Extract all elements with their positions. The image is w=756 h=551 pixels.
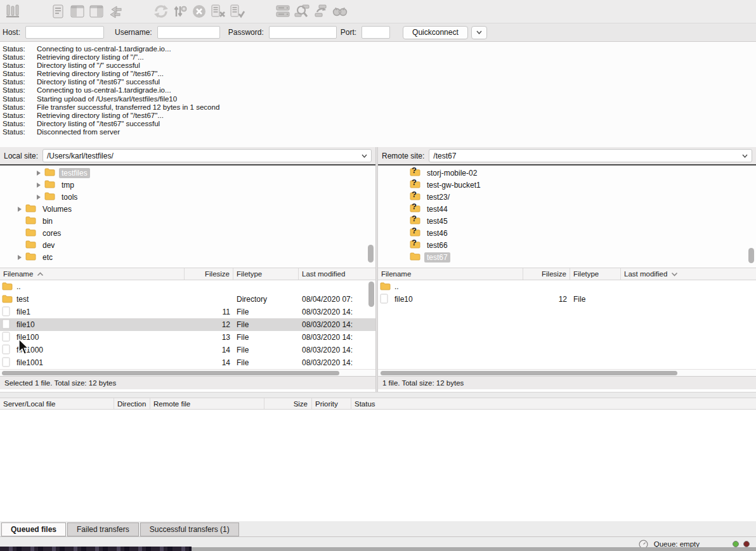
- remote-horizontal-scrollbar-thumb[interactable]: [381, 371, 677, 375]
- queue-header: Server/Local fileDirectionRemote fileSiz…: [0, 398, 756, 410]
- remote-pane: Remote site: /test67 ?storj-mobile-02?te…: [378, 147, 756, 392]
- tree-item-test67[interactable]: test67: [378, 251, 756, 263]
- remote-site-row: Remote site: /test67: [378, 147, 756, 165]
- queue-column-header-server-local-file[interactable]: Server/Local file: [0, 398, 114, 409]
- local-list-scrollbar-thumb[interactable]: [368, 282, 374, 307]
- remote-file-row-file10[interactable]: file1012File: [378, 293, 756, 306]
- folder-icon: [44, 167, 55, 178]
- file-type: File: [233, 333, 299, 342]
- local-site-select[interactable]: /Users/karl/testfiles/: [42, 149, 372, 162]
- local-file-row-file100[interactable]: file10013File08/03/2020 14:: [0, 331, 375, 344]
- toolbar-button-process-queue[interactable]: [228, 3, 245, 20]
- status-log-line: Status:Retrieving directory listing of "…: [0, 112, 756, 120]
- toolbar-button-refresh[interactable]: [152, 3, 169, 20]
- toolbar-button-synchronized-browsing[interactable]: [293, 3, 310, 20]
- quickconnect-dropdown-button[interactable]: [471, 26, 487, 39]
- local-tree-scrollbar-thumb[interactable]: [368, 245, 374, 263]
- port-input[interactable]: [362, 26, 390, 39]
- queue-splitter[interactable]: [0, 392, 756, 398]
- local-directory-tree: testfilestmptoolsVolumesbincoresdevetc: [0, 165, 375, 268]
- folder-icon: [25, 204, 36, 214]
- tree-item-dev[interactable]: dev: [0, 239, 375, 251]
- toolbar-button-transfer-settings[interactable]: [171, 3, 188, 20]
- toolbar-button-find-files[interactable]: [331, 3, 348, 20]
- tree-item-etc[interactable]: etc: [0, 251, 375, 263]
- status-log-message: File transfer successful, transferred 12…: [37, 103, 219, 112]
- host-input[interactable]: [25, 26, 104, 39]
- queue-column-header-size[interactable]: Size: [264, 398, 312, 409]
- toolbar-button-transfer-queue-toggle[interactable]: [107, 3, 124, 20]
- remote-site-select[interactable]: /test67: [429, 149, 752, 162]
- local-site-label: Local site:: [4, 152, 38, 160]
- local-file-row-file1[interactable]: file111File08/03/2020 14:: [0, 306, 375, 318]
- local-column-header-filesize[interactable]: Filesize: [185, 268, 233, 280]
- toolbar-button-local-tree-toggle[interactable]: [68, 3, 86, 20]
- file-size: 14: [185, 346, 233, 354]
- file-icon: [380, 294, 390, 306]
- remote-column-header-filename[interactable]: Filename: [378, 268, 523, 280]
- tree-item-storj-mobile-02[interactable]: ?storj-mobile-02: [378, 167, 756, 179]
- tree-item-label: testfiles: [59, 168, 90, 178]
- local-column-header-filetype[interactable]: Filetype: [233, 268, 299, 280]
- local-column-header-last-modified[interactable]: Last modified: [299, 268, 375, 280]
- status-log-message: Directory listing of "/test67" successfu…: [37, 78, 160, 86]
- local-horizontal-scrollbar-thumb[interactable]: [2, 371, 339, 375]
- toolbar-button-remove-from-queue[interactable]: [209, 3, 226, 20]
- tree-item-test-gw-bucket1[interactable]: ?test-gw-bucket1: [378, 179, 756, 191]
- find-files-icon: [332, 4, 348, 19]
- status-log-message: Connecting to us-central-1.tardigrade.io…: [37, 86, 171, 94]
- tree-item-test23[interactable]: ?test23/: [378, 191, 756, 203]
- toolbar-button-remote-tree-toggle[interactable]: [88, 3, 105, 20]
- toolbar-button-site-manager[interactable]: [4, 3, 21, 20]
- queue-column-header-priority[interactable]: Priority: [312, 398, 351, 409]
- local-file-row-file1001[interactable]: file100114File08/03/2020 14:: [0, 356, 375, 369]
- tree-item-test46[interactable]: ?test46: [378, 227, 756, 239]
- password-input[interactable]: [269, 26, 337, 39]
- remote-tree-scrollbar-thumb[interactable]: [748, 248, 754, 263]
- file-size: 11: [185, 308, 233, 316]
- local-pane: Local site: /Users/karl/testfiles/ testf…: [0, 147, 375, 392]
- folder-unknown-icon: ?: [410, 191, 420, 202]
- tree-item-tmp[interactable]: tmp: [0, 179, 375, 191]
- remote-column-header-filesize[interactable]: Filesize: [523, 268, 570, 280]
- toolbar-button-directory-listing[interactable]: [312, 3, 329, 20]
- tree-item-cores[interactable]: cores: [0, 227, 375, 239]
- tree-item-test45[interactable]: ?test45: [378, 215, 756, 227]
- local-file-row-file10[interactable]: file1012File08/03/2020 14:: [0, 318, 375, 331]
- local-file-row-file1000[interactable]: file100014File08/03/2020 14:: [0, 344, 375, 356]
- tree-item-Volumes[interactable]: Volumes: [0, 203, 375, 215]
- tree-item-testfiles[interactable]: testfiles: [0, 167, 375, 179]
- remote-column-header-filetype[interactable]: Filetype: [570, 268, 621, 280]
- queue-column-header-direction[interactable]: Direction: [114, 398, 150, 409]
- remote-column-header-last-modified[interactable]: Last modified: [621, 268, 756, 280]
- folder-unknown-icon: ?: [410, 204, 420, 214]
- local-file-row-[interactable]: ..: [0, 280, 375, 293]
- expand-arrow-icon[interactable]: [14, 255, 25, 260]
- local-column-header-filename[interactable]: Filename: [0, 268, 185, 280]
- tree-item-test44[interactable]: ?test44: [378, 203, 756, 215]
- expand-arrow-icon[interactable]: [33, 195, 44, 200]
- tab-successful-transfers-1-[interactable]: Successful transfers (1): [140, 522, 239, 536]
- toolbar-button-directory-comparison[interactable]: [274, 3, 291, 20]
- tree-item-label: storj-mobile-02: [424, 168, 479, 178]
- username-input[interactable]: [157, 26, 220, 39]
- local-file-row-test[interactable]: testDirectory08/04/2020 07:: [0, 293, 375, 306]
- remote-file-row-[interactable]: ..: [378, 280, 756, 293]
- expand-arrow-icon[interactable]: [14, 207, 25, 212]
- expand-arrow-icon[interactable]: [33, 183, 44, 188]
- quickconnect-button[interactable]: Quickconnect: [403, 26, 468, 39]
- tree-item-test66[interactable]: ?test66: [378, 239, 756, 251]
- expand-arrow-icon[interactable]: [33, 171, 44, 176]
- tree-item-bin[interactable]: bin: [0, 215, 375, 227]
- tree-item-tools[interactable]: tools: [0, 191, 375, 203]
- remote-site-label: Remote site:: [382, 152, 424, 160]
- file-name: file1000: [16, 346, 43, 354]
- toolbar-button-message-log-toggle[interactable]: [49, 3, 67, 20]
- queue-column-header-status[interactable]: Status: [351, 398, 427, 409]
- tab-failed-transfers[interactable]: Failed transfers: [67, 522, 139, 536]
- toolbar-button-cancel[interactable]: [190, 3, 207, 20]
- folder-icon: [380, 282, 390, 292]
- queue-column-header-remote-file[interactable]: Remote file: [150, 398, 264, 409]
- tab-queued-files[interactable]: Queued files: [1, 522, 66, 536]
- message-log-toggle-icon: [51, 4, 66, 19]
